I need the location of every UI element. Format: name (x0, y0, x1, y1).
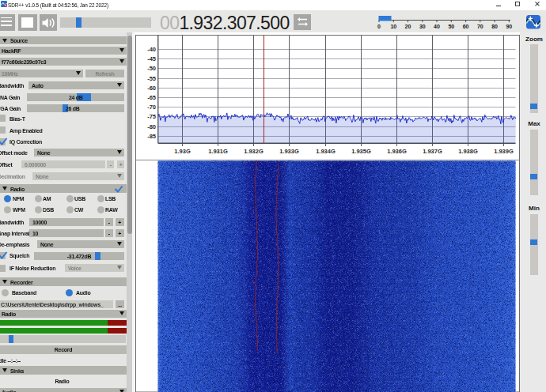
svg-text:-55: -55 (147, 75, 156, 82)
svg-text:-40: -40 (147, 46, 156, 53)
svg-text:70: 70 (477, 24, 483, 29)
svg-text:1.938G: 1.938G (458, 148, 478, 155)
svg-text:-50: -50 (147, 65, 156, 72)
svg-text:10: 10 (390, 24, 396, 29)
svg-text:-65: -65 (147, 94, 156, 101)
svg-text:1.935G: 1.935G (351, 148, 371, 155)
svg-text:90: 90 (506, 24, 512, 29)
svg-text:-45: -45 (147, 55, 156, 62)
svg-text:1.936G: 1.936G (387, 148, 407, 155)
svg-text:20: 20 (405, 24, 411, 29)
svg-text:-85: -85 (147, 133, 156, 140)
svg-text:30: 30 (419, 24, 426, 29)
svg-text:40: 40 (434, 24, 440, 29)
svg-text:-80: -80 (147, 123, 156, 130)
svg-text:1.931G: 1.931G (208, 148, 228, 155)
svg-text:1.939G: 1.939G (494, 148, 514, 155)
svg-text:-70: -70 (147, 104, 156, 111)
svg-text:-75: -75 (147, 113, 156, 120)
svg-text:1.93G: 1.93G (174, 148, 191, 155)
svg-text:60: 60 (463, 24, 469, 29)
svg-text:50: 50 (448, 24, 454, 29)
svg-text:1.933G: 1.933G (279, 148, 299, 155)
svg-text:1.934G: 1.934G (316, 148, 336, 155)
svg-text:0: 0 (377, 24, 381, 29)
svg-text:80: 80 (491, 24, 498, 29)
svg-text:1.937G: 1.937G (423, 148, 442, 155)
svg-text:-60: -60 (147, 85, 156, 92)
svg-text:1.932G: 1.932G (244, 148, 264, 155)
